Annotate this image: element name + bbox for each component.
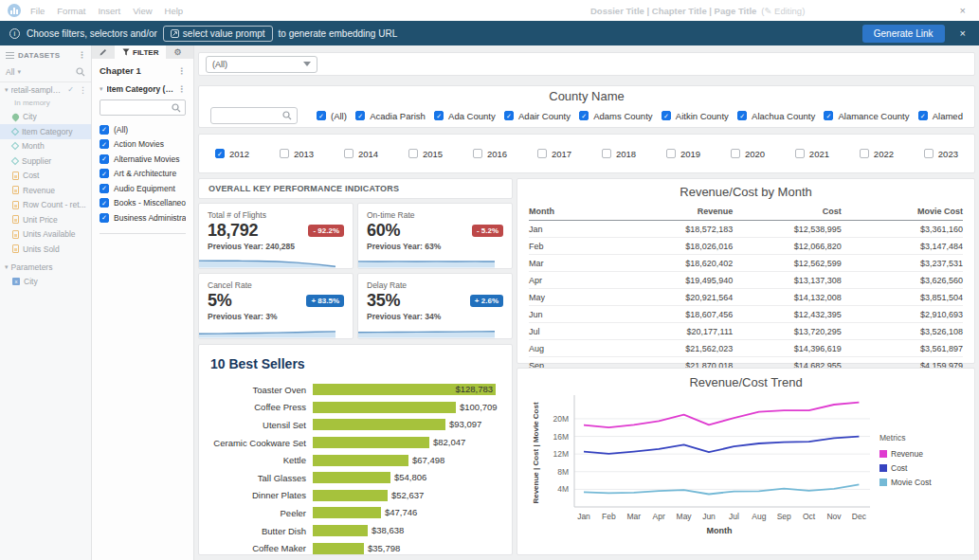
filter-search-input[interactable] <box>100 99 186 116</box>
column-header-revenue[interactable]: Revenue <box>650 204 733 221</box>
county-item-alachua-county[interactable]: Alachua County <box>737 111 815 121</box>
county-item-acadia-parish[interactable]: Acadia Parish <box>355 111 426 121</box>
filter-item-alternative-movies[interactable]: Alternative Movies <box>100 152 186 167</box>
table-row[interactable]: Mar$18,620,402$12,562,599$3,237,531 <box>529 255 963 272</box>
year-item-2014-checkbox[interactable] <box>344 149 354 158</box>
county-item-adams-county-checkbox[interactable] <box>579 111 589 120</box>
table-row[interactable]: Feb$18,026,016$12,066,820$3,147,484 <box>529 238 963 255</box>
year-item-2020-checkbox[interactable] <box>731 149 740 158</box>
generate-link-button[interactable]: Generate Link <box>862 25 945 43</box>
year-item-2017[interactable]: 2017 <box>537 149 571 159</box>
dataset-metric-units-available[interactable]: Units Available <box>0 227 91 243</box>
county-item-ada-county[interactable]: Ada County <box>434 111 496 121</box>
county-item-ada-county-checkbox[interactable] <box>434 111 444 120</box>
legend-swatch-cost[interactable] <box>879 464 887 472</box>
county-item-acadia-parish-checkbox[interactable] <box>355 111 365 120</box>
year-item-2013[interactable]: 2013 <box>280 149 314 159</box>
year-item-2015-checkbox[interactable] <box>408 149 418 158</box>
filter-item--all--checkbox[interactable] <box>100 125 109 135</box>
datasets-more-icon[interactable]: ⋮ <box>78 50 86 60</box>
menu-format[interactable]: Format <box>57 6 85 16</box>
table-row[interactable]: Jan$18,572,183$12,538,995$3,361,160 <box>529 221 963 238</box>
dataset-metric-revenue[interactable]: Revenue <box>0 183 91 198</box>
county-item-aitkin-county-checkbox[interactable] <box>662 111 671 120</box>
bar-row-coffee-press[interactable]: Coffee Press$100,709 <box>210 399 500 417</box>
column-header-cost[interactable]: Cost <box>733 204 842 221</box>
year-item-2021-checkbox[interactable] <box>795 149 805 158</box>
year-item-2016-checkbox[interactable] <box>473 149 482 158</box>
dataset-metric-unit-price[interactable]: Unit Price <box>0 212 91 227</box>
county-item-alamance-county-checkbox[interactable] <box>824 111 833 120</box>
menu-help[interactable]: Help <box>165 6 184 16</box>
filter-item-art-architecture[interactable]: Art & Architecture <box>100 167 186 182</box>
menu-view[interactable]: View <box>133 6 152 16</box>
county-item-alachua-county-checkbox[interactable] <box>737 111 747 120</box>
menu-file[interactable]: File <box>30 6 45 16</box>
parameter-city[interactable]: xCity <box>0 275 91 290</box>
attribute-dropdown[interactable]: (All) <box>206 56 317 73</box>
tab-settings[interactable]: ⚙ <box>166 45 189 59</box>
bar-row-ceramic-cookware-set[interactable]: Ceramic Cookware Set$82,047 <box>210 434 500 452</box>
dataset-attribute-supplier[interactable]: Supplier <box>0 154 91 169</box>
filter-item-business-administration[interactable]: Business Administration <box>100 210 186 226</box>
bar-row-butter-dish[interactable]: Butter Dish$38,638 <box>210 522 500 540</box>
county-item-aitkin-county[interactable]: Aitkin County <box>662 111 729 121</box>
table-row[interactable]: Apr$19,495,940$13,137,308$3,626,560 <box>529 272 963 289</box>
group-expand-icon[interactable]: ▾ <box>100 85 103 93</box>
window-close-icon[interactable]: × <box>960 0 966 21</box>
filter-item-action-movies-checkbox[interactable] <box>100 139 109 149</box>
filter-item-books-miscellaneous-checkbox[interactable] <box>100 198 109 208</box>
filter-item-action-movies[interactable]: Action Movies <box>100 137 186 153</box>
year-item-2023[interactable]: 2023 <box>924 149 958 159</box>
dataset-attribute-item-category[interactable]: Item Category <box>0 124 91 139</box>
tab-edit[interactable] <box>92 45 115 59</box>
year-item-2018[interactable]: 2018 <box>602 149 636 159</box>
filter-item-alternative-movies-checkbox[interactable] <box>100 154 109 164</box>
select-value-prompt-button[interactable]: select value prompt <box>163 26 273 42</box>
county-item-alamance-county[interactable]: Alamance County <box>824 111 909 121</box>
bar-row-tall-glasses[interactable]: Tall Glasses$54,806 <box>210 469 500 487</box>
year-item-2018-checkbox[interactable] <box>602 149 611 158</box>
bar-row-toaster-oven[interactable]: Toaster Oven$128,783 <box>210 381 500 399</box>
year-item-2019-checkbox[interactable] <box>666 149 676 158</box>
series-line-revenue[interactable] <box>584 403 859 427</box>
menu-insert[interactable]: Insert <box>98 6 120 16</box>
parameters-expand-icon[interactable]: ▾ <box>5 263 9 271</box>
bar-row-dinner-plates[interactable]: Dinner Plates$52,637 <box>210 487 500 505</box>
column-header-movie-cost[interactable]: Movie Cost <box>842 204 963 221</box>
year-item-2014[interactable]: 2014 <box>344 149 378 159</box>
table-row[interactable]: Jun$18,607,456$12,432,395$2,910,693 <box>529 306 963 323</box>
year-item-2023-checkbox[interactable] <box>924 149 934 158</box>
dataset-metric-row-count-ret-[interactable]: Row Count - ret... <box>0 198 91 213</box>
banner-close-icon[interactable]: × <box>960 27 966 39</box>
dataset-attribute-city[interactable]: City <box>0 110 91 125</box>
filter-item-audio-equipment-checkbox[interactable] <box>100 184 109 193</box>
year-item-2022-checkbox[interactable] <box>860 149 869 158</box>
dataset-more-icon[interactable]: ⋮ <box>79 85 87 95</box>
year-item-2019[interactable]: 2019 <box>666 149 700 159</box>
year-item-2012-checkbox[interactable] <box>215 149 225 158</box>
legend-swatch-movie-cost[interactable] <box>879 479 887 486</box>
series-line-cost[interactable] <box>584 437 859 454</box>
filter-item-art-architecture-checkbox[interactable] <box>100 169 109 178</box>
county-item-adair-county[interactable]: Adair County <box>504 111 571 121</box>
legend-swatch-revenue[interactable] <box>879 450 887 458</box>
datasets-scope-dropdown[interactable]: All <box>6 67 14 77</box>
county-item--all-[interactable]: (All) <box>317 111 347 121</box>
year-item-2013-checkbox[interactable] <box>280 149 289 158</box>
table-row[interactable]: Aug$21,562,023$14,396,619$3,561,897 <box>529 340 963 357</box>
year-item-2017-checkbox[interactable] <box>537 149 547 158</box>
year-item-2022[interactable]: 2022 <box>860 149 894 159</box>
tab-filter[interactable]: FILTER <box>115 45 166 59</box>
dataset-attribute-month[interactable]: Month <box>0 139 91 154</box>
datasets-search-icon[interactable] <box>76 67 85 77</box>
chapter-more-icon[interactable]: ⋮ <box>177 66 186 76</box>
filter-item-audio-equipment[interactable]: Audio Equipment <box>100 181 186 196</box>
bar-row-kettle[interactable]: Kettle$67,498 <box>210 451 500 469</box>
bar-row-utensil-set[interactable]: Utensil Set$93,097 <box>210 416 500 434</box>
filter-item--all-[interactable]: (All) <box>100 122 186 137</box>
year-item-2012[interactable]: 2012 <box>215 149 249 159</box>
county-item--all--checkbox[interactable] <box>317 111 326 120</box>
county-search-input[interactable] <box>210 107 298 124</box>
column-header-month[interactable]: Month <box>529 204 650 221</box>
